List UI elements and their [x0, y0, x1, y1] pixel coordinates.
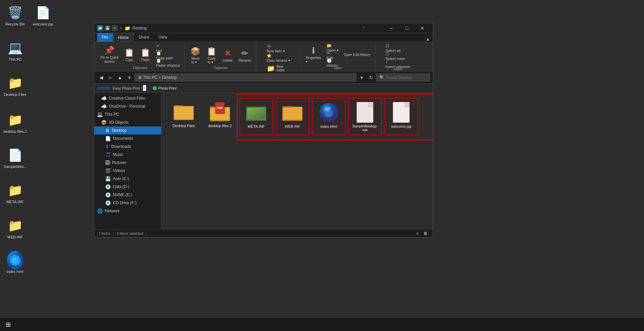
sidebar-item-this-pc[interactable]: 💻 This PC: [94, 110, 161, 118]
meta-inf-desktop-icon[interactable]: 📁 META-INF: [2, 181, 29, 205]
dropdown-arrow-btn[interactable]: ▾: [358, 73, 366, 81]
minimize-btn[interactable]: ─: [384, 23, 399, 33]
open-group-label: Open: [334, 66, 342, 71]
svg-rect-16: [283, 107, 302, 119]
address-path[interactable]: 🖥 This PC > Desktop: [135, 73, 356, 81]
recent-paths-btn[interactable]: ▾: [125, 73, 133, 81]
delete-btn[interactable]: ✖ Delete: [220, 45, 235, 65]
tab-file[interactable]: File: [97, 33, 113, 42]
status-bar: 7 items | 4 items selected | ≡ ⊞: [94, 229, 433, 237]
up-btn[interactable]: ▲: [116, 73, 124, 81]
sidebar-item-cd-f[interactable]: 💿 CD Drive (F:): [94, 199, 161, 207]
photo-print-bar: EPSON Easy Photo Print ▾ | Photo Print: [94, 84, 433, 93]
maximize-btn[interactable]: □: [399, 23, 415, 33]
open-btn[interactable]: 📂Open ▾: [325, 45, 341, 51]
file-view: Desktop Files PDF d: [162, 93, 433, 229]
sidebar-item-creative-cloud[interactable]: ☁️ Creative Cloud Files: [94, 94, 161, 102]
photo-print-dropdown-btn[interactable]: ▾: [143, 85, 146, 91]
forward-btn[interactable]: ▶: [106, 73, 114, 81]
open-edit-history-btn[interactable]: Open Edit History: [342, 45, 372, 65]
videos-label: Videos: [113, 168, 125, 173]
view-grid-btn[interactable]: ⊞: [422, 230, 429, 237]
acer-c-label: Acer (C:): [113, 176, 129, 181]
sidebar-item-music[interactable]: 🎵 Music: [94, 151, 161, 159]
selected-count: 4 items selected: [117, 231, 143, 235]
view-list-btn[interactable]: ≡: [414, 230, 421, 237]
back-btn[interactable]: ◀: [97, 73, 105, 81]
desktop-files2-desktop-icon[interactable]: 📁 desktop files 2: [2, 111, 29, 135]
sidebar-item-acer-c[interactable]: 💾 Acer (C:): [94, 175, 161, 183]
sidebar-item-downloads[interactable]: ⬇ Downloads: [94, 143, 161, 151]
file-item-sample-web-war[interactable]: SampleWebApp.war: [348, 98, 382, 135]
sidebar: ☁️ Creative Cloud Files ☁️ OneDrive - Pe…: [94, 93, 162, 229]
search-box[interactable]: 🔍: [376, 73, 430, 81]
sidebar-item-data-d[interactable]: 💿 Data (D:): [94, 183, 161, 191]
pin-quick-access-btn[interactable]: 📌 Pin to Quickaccess: [98, 45, 121, 65]
history-btn[interactable]: 🕐History: [325, 59, 341, 66]
help-btn[interactable]: ?: [360, 25, 367, 32]
desktop-files-desktop-icon[interactable]: 📁 Desktop Files: [2, 74, 29, 98]
edge-desktop-icon[interactable]: index.html: [2, 251, 29, 275]
copy-label: Copy: [125, 58, 133, 62]
title-bar-menu-btn[interactable]: 📁: [97, 25, 103, 31]
sidebar-item-documents[interactable]: 📄 Documents: [94, 134, 161, 143]
search-input[interactable]: [386, 75, 426, 79]
move-to-btn[interactable]: 📦 Moveto ▾: [188, 45, 203, 65]
tab-home[interactable]: Home: [113, 33, 134, 42]
network-label: Network: [105, 209, 120, 213]
file-item-welcome-jsp[interactable]: welcome.jsp: [384, 98, 418, 135]
file-item-desktop-files-2[interactable]: PDF desktop files 2: [203, 98, 237, 135]
ribbon-collapse-btn[interactable]: ▲: [423, 36, 433, 42]
paste-btn[interactable]: 📋 Paste: [138, 45, 153, 65]
recycle-bin-icon[interactable]: 🗑️ Recycle Bin: [2, 3, 29, 27]
file-item-index-html[interactable]: index.html: [312, 98, 346, 135]
paste-shortcut-btn[interactable]: 📋Paste shortcut: [154, 59, 182, 66]
file-item-web-inf[interactable]: WEB-INF: [276, 98, 309, 135]
desktop-label: Desktop: [112, 128, 127, 133]
new-item-btn[interactable]: ➕ New item ▾: [265, 45, 287, 53]
svg-rect-6: [174, 107, 193, 119]
tab-view[interactable]: View: [154, 33, 172, 42]
rename-btn[interactable]: ✏ Rename: [236, 45, 253, 65]
easy-photo-print-label: Easy Photo Print: [113, 86, 140, 90]
sampleweb-desktop-icon[interactable]: 📄 SampleWeb...: [2, 146, 29, 170]
web-inf-desktop-icon[interactable]: 📁 WEB-INF: [2, 216, 29, 240]
copy-to-btn[interactable]: 📋 Copyto ▾: [204, 45, 219, 65]
title-bar-quick-btn[interactable]: 💾: [104, 25, 110, 31]
title-bar: 📁 💾 ↩ ▾ 📁 Desktop ? ─ □ ✕: [94, 23, 433, 33]
start-btn[interactable]: ⊞: [0, 318, 16, 331]
cd-f-label: CD Drive (F:): [113, 201, 137, 205]
sidebar-item-nvme-e[interactable]: 💿 NVME (E:): [94, 191, 161, 199]
properties-btn[interactable]: ℹ Properties▾: [304, 45, 323, 65]
select-none-btn[interactable]: ☐ Select none: [383, 53, 407, 59]
welcome-jsp-desktop-icon[interactable]: 📄 welcome.jsp: [30, 3, 56, 27]
main-content: ☁️ Creative Cloud Files ☁️ OneDrive - Pe…: [94, 93, 433, 229]
creative-cloud-label: Creative Cloud Files: [109, 96, 145, 101]
title-bar-undo-btn[interactable]: ↩: [112, 25, 118, 31]
select-all-btn[interactable]: ☑ Select all: [383, 45, 403, 51]
edit-btn[interactable]: ✏Edit: [325, 52, 341, 59]
copy-path-btn[interactable]: 📋Copy path: [154, 52, 182, 59]
search-icon: 🔍: [379, 75, 384, 80]
ribbon-group-clipboard: 📌 Pin to Quickaccess 📋 Copy 📋 Paste ✂Cut: [96, 43, 185, 71]
ribbon: 📌 Pin to Quickaccess 📋 Copy 📋 Paste ✂Cut: [94, 42, 433, 71]
refresh-btn[interactable]: ↻: [367, 73, 375, 81]
this-pc-desktop-icon[interactable]: 💻 This PC: [2, 39, 29, 63]
easy-access-btn[interactable]: ⭐ Easy access ▾: [265, 54, 292, 62]
copy-btn[interactable]: 📋 Copy: [122, 45, 137, 65]
tab-share[interactable]: Share: [134, 33, 154, 42]
this-pc-label: This PC: [105, 112, 119, 117]
nvme-e-label: NVME (E:): [113, 192, 132, 197]
close-btn[interactable]: ✕: [415, 23, 430, 33]
file-item-desktop-files[interactable]: Desktop Files: [167, 98, 200, 135]
sidebar-item-network[interactable]: 🌐 Network: [94, 207, 161, 215]
file-item-meta-inf[interactable]: META-INF: [239, 98, 273, 135]
sidebar-item-videos[interactable]: 🎬 Videos: [94, 167, 161, 175]
title-bar-icon: 📁: [125, 25, 130, 31]
sidebar-item-3d-objects[interactable]: 📦 3D Objects: [94, 118, 161, 126]
sidebar-item-desktop[interactable]: 🖥 Desktop: [94, 126, 161, 134]
invert-selection-btn[interactable]: ↕ Invert selection: [383, 61, 412, 67]
cut-btn[interactable]: ✂Cut: [154, 45, 182, 51]
sidebar-item-pictures[interactable]: 🖼 Pictures: [94, 159, 161, 167]
sidebar-item-onedrive[interactable]: ☁️ OneDrive - Personal: [94, 102, 161, 110]
